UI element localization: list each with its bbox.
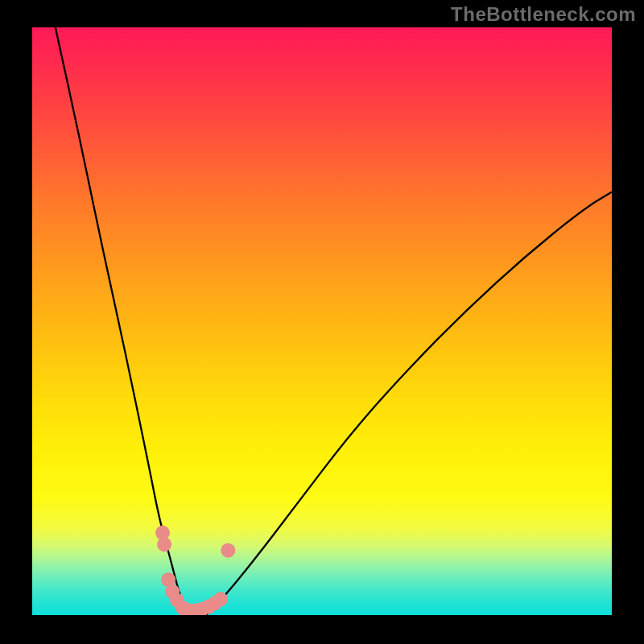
chart-root: TheBottleneck.com [0, 0, 644, 644]
right-branch-line [206, 192, 612, 615]
pink-dot [157, 537, 171, 551]
chart-svg [32, 27, 612, 615]
marker-group [155, 526, 235, 615]
plot-area [32, 27, 612, 615]
pink-dot [221, 543, 235, 558]
watermark-text: TheBottleneck.com [451, 3, 636, 26]
left-branch-line [56, 27, 189, 615]
curve-group [56, 27, 612, 615]
pink-dot [213, 592, 228, 606]
